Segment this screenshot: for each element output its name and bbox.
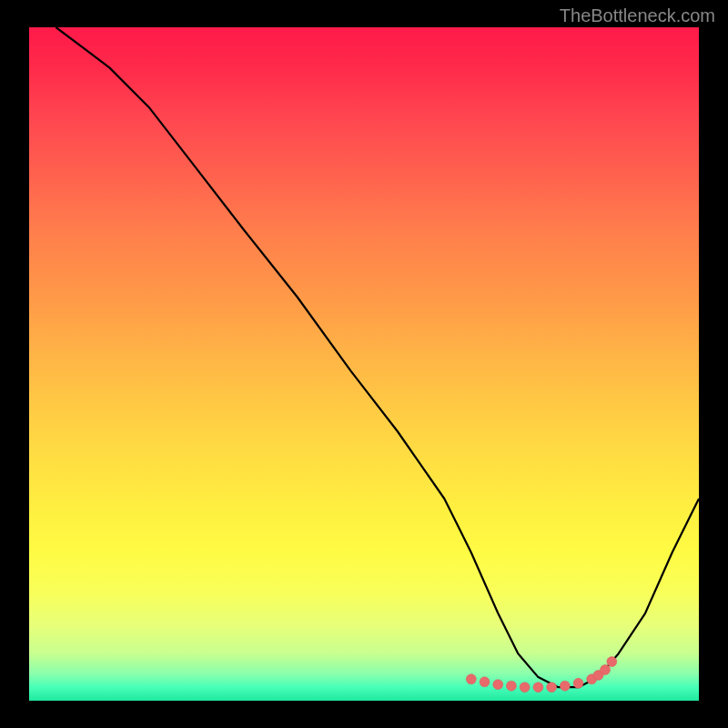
marker-dot bbox=[480, 677, 490, 687]
marker-dot bbox=[601, 665, 611, 675]
chart-svg bbox=[29, 27, 699, 701]
marker-dot bbox=[533, 682, 543, 693]
main-curve-line bbox=[56, 27, 699, 687]
marker-dot bbox=[520, 682, 530, 693]
watermark-text: TheBottleneck.com bbox=[560, 5, 715, 26]
marker-dot bbox=[547, 682, 557, 693]
marker-dot bbox=[607, 657, 617, 667]
marker-dot bbox=[560, 681, 570, 691]
marker-dot bbox=[573, 678, 583, 688]
marker-dot bbox=[466, 674, 476, 684]
plot-area bbox=[29, 27, 699, 701]
marker-dots bbox=[466, 657, 617, 693]
marker-dot bbox=[493, 680, 503, 690]
marker-dot bbox=[506, 681, 516, 691]
